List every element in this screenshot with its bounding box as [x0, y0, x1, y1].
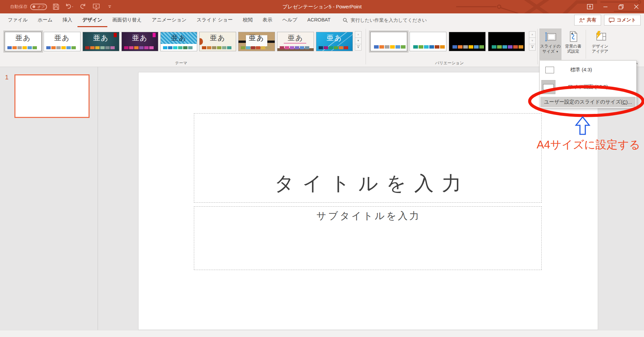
ribbon-display-options-button[interactable]	[582, 0, 598, 13]
ribbon-tab[interactable]: ファイル	[3, 13, 33, 27]
theme-color-swatches	[319, 46, 348, 49]
theme-sample-text: 亜あ	[161, 33, 197, 43]
theme-thumbnail[interactable]: 亜あ	[316, 32, 353, 51]
theme-thumbnail[interactable]: 亜あ	[83, 32, 119, 51]
theme-sample-text: 亜あ	[44, 33, 80, 43]
menu-item-standard-4-3[interactable]: 標準 (4:3)	[540, 62, 636, 78]
variants-scroll-down-button[interactable]: ▼	[529, 38, 536, 44]
theme-scroll-down-button[interactable]: ▼	[355, 38, 362, 44]
ribbon-tabs: ファイルホーム挿入デザイン画面切り替えアニメーションスライド ショー校閲表示ヘル…	[0, 13, 335, 27]
widescreen-ratio-icon	[541, 80, 555, 94]
redo-button[interactable]	[78, 2, 87, 11]
window-title: プレゼンテーション5 - PowerPoint	[282, 0, 362, 13]
subtitle-placeholder[interactable]: サブタイトルを入力	[194, 206, 542, 270]
customize-qat-button[interactable]	[105, 2, 114, 11]
ribbon-tab[interactable]: スライド ショー	[192, 13, 238, 27]
ribbon-tab[interactable]: 表示	[258, 13, 277, 27]
restore-button[interactable]	[613, 0, 629, 13]
tell-me-search[interactable]: 実行したい作業を入力してください	[343, 13, 427, 27]
theme-sample-text: 亜あ	[316, 33, 353, 43]
variant-thumbnail[interactable]	[410, 32, 446, 51]
ribbon-tab[interactable]: 画面切り替え	[107, 13, 147, 27]
design-ideas-button[interactable]: デザイン アイデア	[588, 28, 612, 60]
theme-scroll-up-button[interactable]: ▲	[355, 31, 362, 38]
format-background-label-line2: 式設定	[567, 49, 579, 54]
variants-gallery	[370, 32, 525, 51]
title-placeholder[interactable]: タイトルを入力	[194, 113, 542, 203]
undo-button[interactable]	[65, 2, 74, 11]
theme-thumbnail[interactable]: 亜あ	[121, 32, 158, 51]
theme-thumbnail[interactable]: 亜あ	[5, 32, 42, 51]
save-button[interactable]	[52, 2, 60, 11]
variants-more-button[interactable]: ▼	[529, 44, 536, 51]
ribbon-display-options-icon	[587, 4, 593, 9]
share-button[interactable]: 共有	[574, 15, 601, 25]
design-ideas-label-line1: デザイン	[592, 44, 608, 49]
variants-group-label: バリエーション	[369, 60, 530, 66]
slide-canvas[interactable]: タイトルを入力 サブタイトルを入力	[138, 72, 598, 330]
autosave-label: 自動保存	[10, 4, 28, 10]
theme-color-swatches	[7, 46, 37, 49]
restore-icon	[619, 4, 624, 9]
variant-thumbnail[interactable]	[449, 32, 486, 51]
up-arrow-annotation-icon	[575, 116, 590, 135]
autosave-pill[interactable]: オフ	[30, 4, 47, 10]
share-label: 共有	[587, 17, 596, 23]
autosave-toggle[interactable]: 自動保存 オフ	[10, 4, 47, 10]
standard-label: 標準 (4:3)	[570, 67, 592, 73]
ribbon-tab[interactable]: ヘルプ	[277, 13, 303, 27]
theme-color-swatches	[85, 46, 115, 49]
theme-gallery-scrollbar: ▲ ▼ ▼	[355, 31, 362, 51]
theme-thumbnail[interactable]: 亜あ	[160, 32, 197, 51]
design-ideas-icon	[594, 30, 606, 43]
ribbon-tab[interactable]: ホーム	[33, 13, 57, 27]
comments-icon	[609, 18, 614, 23]
format-background-button[interactable]: 背景の書 式設定	[562, 28, 584, 60]
ribbon-tab[interactable]: 校閲	[238, 13, 258, 27]
minimize-icon	[603, 4, 608, 9]
group-separator	[537, 29, 538, 64]
minimize-button[interactable]	[598, 0, 613, 13]
close-button[interactable]	[629, 0, 644, 13]
theme-color-swatches	[124, 46, 154, 49]
menu-item-custom-slide-size[interactable]: ユーザー設定のスライドのサイズ(C)...	[540, 97, 636, 107]
theme-color-swatches	[413, 45, 445, 49]
variant-thumbnail[interactable]	[488, 32, 525, 51]
theme-thumbnail[interactable]: 亜あ	[238, 32, 275, 51]
quick-access-toolbar: 自動保存 オフ	[0, 2, 114, 11]
tab-actions: 共有 コメント	[574, 15, 641, 25]
ribbon-tab[interactable]: ACROBAT	[302, 13, 335, 27]
autosave-state: オフ	[37, 4, 45, 9]
menu-item-widescreen-16-9[interactable]: ワイド画面 (16:9)	[540, 78, 636, 96]
powerpoint-window: 自動保存 オフ	[0, 0, 644, 337]
ribbon-tab[interactable]: デザイン	[77, 13, 107, 27]
design-ideas-label-line2: アイデア	[592, 49, 608, 54]
variants-scroll-up-button[interactable]: ▲	[529, 31, 536, 38]
customize-qat-icon	[108, 5, 112, 9]
save-icon	[53, 3, 59, 10]
ribbon-tab[interactable]: アニメーション	[147, 13, 192, 27]
theme-color-swatches	[163, 46, 193, 49]
theme-color-swatches	[241, 46, 270, 49]
theme-thumbnail[interactable]: 亜あ	[44, 32, 80, 51]
theme-tag	[114, 33, 117, 37]
variant-thumbnail[interactable]	[370, 32, 407, 51]
slide-number: 1	[5, 74, 9, 81]
custom-label-suffix: )...	[626, 99, 632, 105]
theme-gallery-more-button[interactable]: ▼	[355, 44, 362, 51]
theme-sample-text: 亜あ	[238, 33, 275, 43]
slide-size-button[interactable]: スライドの サイズ ▼	[539, 28, 561, 60]
theme-thumbnail[interactable]: 亜あ	[199, 32, 236, 51]
start-slideshow-button[interactable]	[92, 2, 101, 11]
ribbon-tab[interactable]: 挿入	[58, 13, 77, 27]
comments-label: コメント	[617, 17, 636, 23]
titlebar: 自動保存 オフ	[0, 0, 644, 13]
slide-thumbnail[interactable]	[14, 74, 90, 118]
panel-divider[interactable]	[98, 67, 98, 330]
widescreen-label: ワイド画面 (16:9)	[568, 84, 608, 90]
statusbar	[0, 330, 644, 337]
share-icon	[579, 18, 585, 23]
theme-thumbnail[interactable]: 亜あ	[277, 32, 314, 51]
comments-button[interactable]: コメント	[604, 15, 641, 25]
group-separator	[586, 30, 586, 59]
